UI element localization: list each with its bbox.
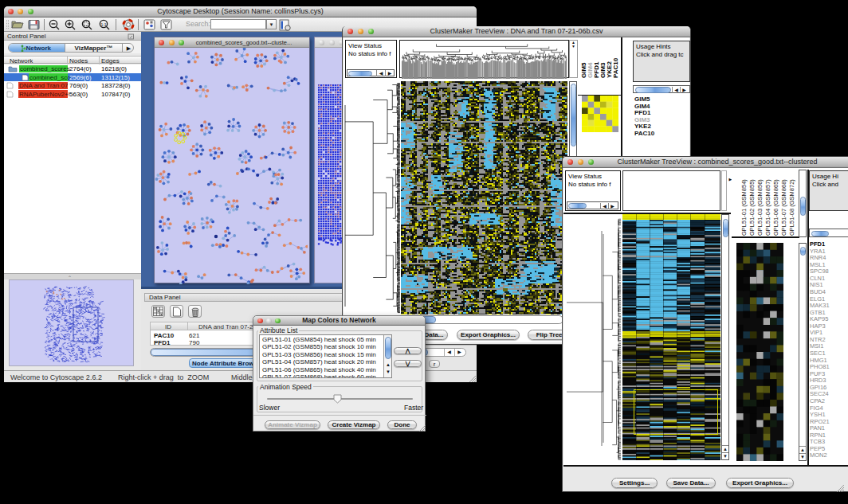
svg-text:1:1: 1:1 [101, 21, 107, 26]
